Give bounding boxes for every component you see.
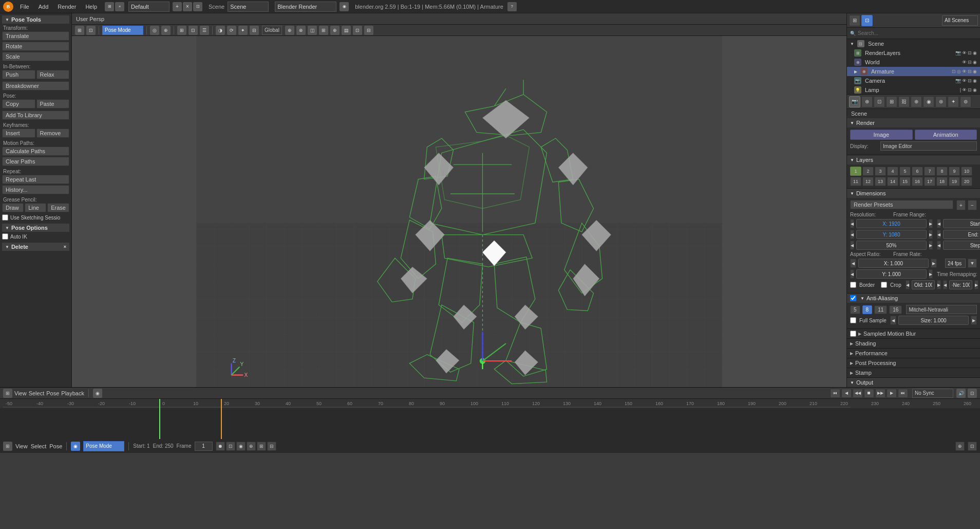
current-frame-input[interactable] <box>195 442 213 451</box>
aa-11-button[interactable]: 11 <box>874 305 887 314</box>
tl-pose-label[interactable]: Pose <box>46 390 59 396</box>
renderlayers-eye-icon[interactable]: 👁 <box>962 50 967 56</box>
fps-select[interactable]: 24 fps <box>945 259 966 268</box>
tl-select-label[interactable]: Select <box>29 390 45 396</box>
tl-marker1[interactable]: ◉ <box>93 389 102 398</box>
vp-icon2[interactable]: ⊡ <box>86 26 96 35</box>
scale-button[interactable]: Scale <box>2 52 69 61</box>
pose-options-header[interactable]: ▼ Pose Options <box>2 224 69 232</box>
percent-input[interactable] <box>856 241 927 250</box>
animation-render-button[interactable]: Animation <box>915 130 977 140</box>
outliner-renderlayers-item[interactable]: ⊞ RenderLayers 📷 👁 ⊟ ◉ <box>847 48 980 58</box>
sampled-motion-blur-section[interactable]: ▶ Sampled Motion Blur <box>847 329 980 339</box>
layer-btn-14[interactable]: 14 <box>887 177 898 186</box>
status-pose-label[interactable]: Pose <box>49 443 62 449</box>
pose-mode-select[interactable]: Pose Mode <box>102 26 143 35</box>
aa-5-button[interactable]: 5 <box>850 305 860 314</box>
size-input[interactable] <box>898 316 969 325</box>
layer-btn-2[interactable]: 2 <box>862 167 874 176</box>
ne-input[interactable] <box>949 280 972 289</box>
anim-icon3[interactable]: ◉ <box>236 442 246 451</box>
aspect-y-input[interactable] <box>856 269 927 279</box>
stop-btn[interactable]: ⏹ <box>864 389 874 398</box>
sync-select[interactable]: No Sync <box>912 389 953 398</box>
prop-icon-material[interactable]: ◉ <box>923 96 934 107</box>
prop-icon-world[interactable]: ⊡ <box>874 96 885 107</box>
menu-render[interactable]: Render <box>54 3 80 11</box>
prop-icon-scene[interactable]: ⊕ <box>861 96 873 107</box>
repeat-last-button[interactable]: Repeat Last <box>2 175 69 184</box>
vp-icon16[interactable]: ⊡ <box>353 26 362 35</box>
layer-btn-5[interactable]: 5 <box>899 167 911 176</box>
draw-button[interactable]: Draw <box>2 203 24 212</box>
engine-select[interactable]: Blender Render <box>275 2 336 12</box>
layer-btn-9[interactable]: 9 <box>949 167 960 176</box>
aa-8-button[interactable]: 8 <box>862 305 873 314</box>
layer-btn-8[interactable]: 8 <box>936 167 948 176</box>
world-render-icon[interactable]: ◉ <box>973 60 977 65</box>
vp-icon13[interactable]: ⊞ <box>319 26 328 35</box>
start-input[interactable] <box>943 219 980 228</box>
render-presets-remove-btn[interactable]: − <box>968 200 977 210</box>
layer-btn-19[interactable]: 19 <box>949 177 960 186</box>
step-input[interactable] <box>943 241 980 250</box>
camera-restrict-icon[interactable]: ⊟ <box>968 78 972 83</box>
status-select-label[interactable]: Select <box>31 443 47 449</box>
vp-transform-icon[interactable]: ⊕ <box>161 26 171 35</box>
res-x-input[interactable] <box>856 219 927 228</box>
vp-icon10[interactable]: ⊕ <box>285 26 294 35</box>
prop-icon-data[interactable]: ⊕ <box>911 96 922 107</box>
layer-btn-1[interactable]: 1 <box>850 167 861 176</box>
ne-dec-btn[interactable]: ◀ <box>943 280 947 289</box>
end-dec-btn[interactable]: ◀ <box>937 230 941 239</box>
render-icon[interactable]: ◉ <box>340 2 349 11</box>
anti-aliasing-header[interactable]: ▼ Anti-Aliasing <box>847 294 980 303</box>
size-dec-btn[interactable]: ◀ <box>890 316 896 325</box>
outliner-scene-item[interactable]: ▼ ⊡ Scene <box>847 39 980 48</box>
ay-dec-btn[interactable]: ◀ <box>850 269 854 279</box>
prop-icon-render[interactable]: 📷 <box>849 96 860 107</box>
vp-icon11[interactable]: ⊗ <box>296 26 306 35</box>
outliner-search-input[interactable] <box>858 30 977 36</box>
dimensions-section-header[interactable]: ▼ Dimensions <box>847 189 980 198</box>
vp-icon3[interactable]: ⊞ <box>177 26 186 35</box>
menu-file[interactable]: File <box>16 3 33 11</box>
vp-icon17[interactable]: ⊟ <box>364 26 373 35</box>
vp-icon8[interactable]: ✦ <box>238 26 248 35</box>
tl-playback-label[interactable]: Playback <box>61 390 84 396</box>
menu-help[interactable]: Help <box>82 3 101 11</box>
ay-inc-btn[interactable]: ▶ <box>929 269 933 279</box>
lamp-restrict-icon[interactable]: ⊟ <box>968 87 972 93</box>
armature-restrict-icon[interactable]: ⊟ <box>968 69 972 74</box>
res-y-input[interactable] <box>856 230 927 239</box>
layout-add-icon[interactable]: + <box>173 2 182 11</box>
prop-icon-object[interactable]: ⊞ <box>886 96 897 107</box>
aa-filter-select[interactable]: Mitchell-Netravali <box>906 305 977 314</box>
all-scenes-select[interactable]: All Scenes <box>942 15 978 26</box>
vp-icon12[interactable]: ◫ <box>308 26 317 35</box>
camera-eye-icon[interactable]: 👁 <box>962 78 967 83</box>
tl-options-icon[interactable]: ⊡ <box>968 389 977 398</box>
image-render-button[interactable]: Image <box>850 130 913 140</box>
vp-icon6[interactable]: ◑ <box>216 26 225 35</box>
keying-icon[interactable]: ⊡ <box>968 442 977 451</box>
history-button[interactable]: History... <box>2 185 69 194</box>
vp-icon14[interactable]: ⊕ <box>330 26 340 35</box>
crop-checkbox[interactable] <box>881 282 887 288</box>
delete-close-icon[interactable]: × <box>64 244 66 249</box>
play-reverse-btn[interactable]: ◀◀ <box>853 389 863 398</box>
outliner-armature-item[interactable]: ▶ ⊕ Armature ⊡ ◎ 👁 ⊟ ◉ <box>847 67 980 76</box>
border-checkbox[interactable] <box>850 282 856 288</box>
view-icon-1[interactable]: ⊞ <box>105 2 114 11</box>
vp-mode-icon[interactable]: ⊞ <box>75 26 84 35</box>
insert-button[interactable]: Insert <box>2 129 35 138</box>
jump-end-btn[interactable]: ⏭ <box>898 389 908 398</box>
layer-btn-15[interactable]: 15 <box>899 177 911 186</box>
layer-btn-16[interactable]: 16 <box>912 177 923 186</box>
status-view-label[interactable]: View <box>15 443 28 449</box>
step-dec-btn[interactable]: ◀ <box>937 241 941 250</box>
outliner-icon2[interactable]: ⊡ <box>861 15 873 26</box>
layers-section-header[interactable]: ▼ Layers <box>847 155 980 165</box>
display-select[interactable]: Image Editor <box>880 141 977 151</box>
renderlayers-render-icon[interactable]: ◉ <box>973 50 977 56</box>
